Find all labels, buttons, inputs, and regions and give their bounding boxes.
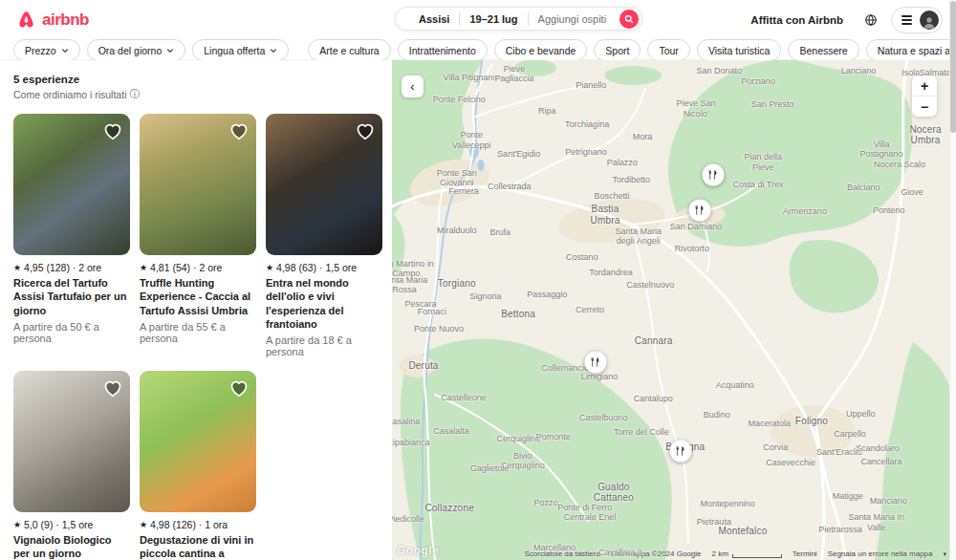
filter-category-arte-e-cultura[interactable]: Arte e cultura xyxy=(308,39,390,61)
zoom-in-button[interactable]: + xyxy=(912,75,937,96)
rating-row: ★4,98 (63) · 1,5 ore xyxy=(266,262,382,273)
map-marker-restaurant[interactable] xyxy=(689,199,711,221)
results-panel: 5 esperienze Come ordiniamo i risultati … xyxy=(0,60,392,560)
chevron-down-icon xyxy=(61,47,69,54)
map-marker-restaurant[interactable] xyxy=(670,440,692,462)
rating-text: 4,95 (128) · 2 ore xyxy=(24,262,101,273)
chevron-down-icon xyxy=(270,47,277,54)
wishlist-heart-icon[interactable] xyxy=(355,120,376,141)
search-button[interactable] xyxy=(619,10,639,29)
host-link[interactable]: Affitta con Airbnb xyxy=(743,9,851,32)
airbnb-logo[interactable]: airbnb xyxy=(15,9,89,31)
rating-text: 5,0 (9) · 1,5 ore xyxy=(24,519,93,530)
caret-down-icon: ▾ xyxy=(943,550,946,558)
filter-dropdown-lingua-offerta[interactable]: Lingua offerta xyxy=(192,39,289,61)
filter-category-cibo-e-bevande[interactable]: Cibo e bevande xyxy=(494,39,588,61)
wishlist-heart-icon[interactable] xyxy=(102,120,123,141)
filter-category-tour[interactable]: Tour xyxy=(647,39,689,61)
restaurant-utensils-icon xyxy=(676,445,686,456)
wishlist-heart-icon[interactable] xyxy=(228,120,250,141)
filter-dropdown-ora-del-giorno[interactable]: Ora del giorno xyxy=(87,39,186,61)
map-scale-bar xyxy=(732,554,782,558)
globe-icon xyxy=(864,13,878,27)
map-canvas[interactable]: ‹ + − Google Scorciatoie da tastiera Dat… xyxy=(392,60,956,560)
chevron-down-icon xyxy=(166,47,174,54)
experience-title: Vignaiolo Biologico per un giorno xyxy=(13,533,130,560)
terms-link[interactable]: Termini xyxy=(793,549,817,558)
map-scale-label: 2 km xyxy=(712,549,728,558)
avatar xyxy=(920,11,939,30)
filter-category-visita-turistica[interactable]: Visita turistica xyxy=(697,39,782,61)
zoom-out-button[interactable]: − xyxy=(912,97,937,117)
map-marker-restaurant[interactable] xyxy=(703,163,725,185)
experience-photo[interactable] xyxy=(140,371,256,512)
wishlist-heart-icon[interactable] xyxy=(228,377,250,398)
search-bar[interactable]: Assisi 19–21 lug Aggiungi ospiti xyxy=(395,7,642,31)
results-count: 5 esperienze xyxy=(13,74,382,85)
filter-label: Benessere xyxy=(799,45,847,56)
user-icon xyxy=(922,14,937,30)
logo-wordmark: airbnb xyxy=(42,11,89,30)
search-icon xyxy=(624,14,634,24)
search-location[interactable]: Assisi xyxy=(409,13,459,25)
map-terrain xyxy=(392,60,956,560)
search-dates[interactable]: 19–21 lug xyxy=(460,13,527,25)
experience-photo[interactable] xyxy=(266,114,382,255)
experience-cards-grid: ★4,95 (128) · 2 ore Ricerca del Tartufo … xyxy=(13,114,382,560)
map-data-credit: Dati mappa ©2024 Google xyxy=(611,549,702,558)
rating-row: ★4,95 (128) · 2 ore xyxy=(13,262,130,273)
map-collapse-button[interactable]: ‹ xyxy=(402,75,424,97)
experience-price: A partire da 50 € a persona xyxy=(13,321,130,344)
filter-label: Prezzo xyxy=(25,45,56,56)
filter-category-natura-e-spazi-aperti[interactable]: Natura e spazi aperti xyxy=(866,39,956,61)
filter-label: Sport xyxy=(605,45,629,56)
filter-category-intrattenimento[interactable]: Intrattenimento xyxy=(398,39,488,61)
main: 5 esperienze Come ordiniamo i risultati … xyxy=(0,60,956,560)
experience-card[interactable]: ★4,95 (128) · 2 ore Ricerca del Tartufo … xyxy=(13,114,130,357)
filter-label: Cibo e bevande xyxy=(506,45,576,56)
filter-category-sport[interactable]: Sport xyxy=(594,39,641,61)
filter-label: Arte e cultura xyxy=(319,45,379,56)
experience-card[interactable]: ★4,98 (126) · 1 ora Degustazione di vini… xyxy=(140,371,256,560)
header-top-row: airbnb Assisi 19–21 lug Aggiungi ospiti … xyxy=(0,0,956,38)
chevron-left-icon: ‹ xyxy=(410,79,414,94)
menu-icon xyxy=(902,15,912,25)
language-globe-button[interactable] xyxy=(860,10,881,31)
wishlist-heart-icon[interactable] xyxy=(102,377,123,398)
map-attribution: Scorciatoie da tastiera Dati mappa ©2024… xyxy=(525,548,947,560)
rating-text: 4,81 (54) · 2 ore xyxy=(150,262,222,273)
scrollbar-thumb[interactable] xyxy=(950,1,956,133)
map-scale: 2 km xyxy=(712,549,782,558)
airbnb-belo-icon xyxy=(15,9,37,31)
restaurant-utensils-icon xyxy=(590,356,600,367)
experience-photo[interactable] xyxy=(140,114,256,255)
restaurant-utensils-icon xyxy=(695,205,706,215)
search-guests[interactable]: Aggiungi ospiti xyxy=(529,13,617,25)
header-right: Affitta con Airbnb xyxy=(743,7,943,33)
user-menu-button[interactable] xyxy=(891,7,943,33)
google-logo[interactable]: Google xyxy=(397,544,439,557)
filter-label: Natura e spazi aperti xyxy=(878,45,956,56)
experience-card[interactable]: ★4,81 (54) · 2 ore Truffle Hunting Exper… xyxy=(140,114,256,357)
star-icon: ★ xyxy=(13,263,21,272)
map-zoom-controls: + − xyxy=(912,75,937,117)
filter-label: Intrattenimento xyxy=(409,45,476,56)
experience-card[interactable]: ★4,98 (63) · 1,5 ore Entra nel mondo del… xyxy=(266,114,382,357)
keyboard-shortcuts-link[interactable]: Scorciatoie da tastiera xyxy=(525,549,600,558)
sort-info-label: Come ordiniamo i risultati xyxy=(13,89,126,100)
filter-dropdown-prezzo[interactable]: Prezzo xyxy=(13,39,80,61)
report-map-error-link[interactable]: Segnala un errore nella mappa xyxy=(828,549,933,558)
rating-text: 4,98 (63) · 1,5 ore xyxy=(276,262,357,273)
filter-label: Lingua offerta xyxy=(204,45,265,56)
filter-category-benessere[interactable]: Benessere xyxy=(788,39,858,61)
experience-title: Entra nel mondo dell'olio e vivi l'esper… xyxy=(266,276,382,331)
experience-title: Degustazione di vini in piccola cantina … xyxy=(140,533,256,560)
sort-info[interactable]: Come ordiniamo i risultati ⓘ xyxy=(13,88,382,101)
experience-photo[interactable] xyxy=(13,114,130,255)
map-marker-restaurant[interactable] xyxy=(584,351,606,373)
experience-photo[interactable] xyxy=(13,371,130,512)
experience-card[interactable]: ★5,0 (9) · 1,5 ore Vignaiolo Biologico p… xyxy=(13,371,130,560)
rating-row: ★5,0 (9) · 1,5 ore xyxy=(13,519,130,530)
info-icon[interactable]: ⓘ xyxy=(129,88,140,101)
filter-bar: Prezzo Ora del giorno Lingua offerta Art… xyxy=(13,39,946,61)
